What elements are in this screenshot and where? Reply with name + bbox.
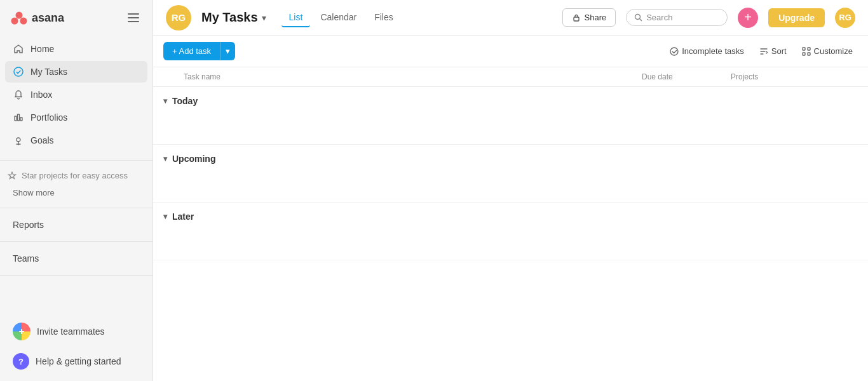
tab-calendar[interactable]: Calendar (313, 8, 364, 27)
sidebar-divider-4 (0, 275, 153, 276)
customize-button[interactable]: Customize (797, 43, 858, 59)
task-section-upcoming: ▾ Upcoming (153, 145, 868, 203)
sidebar-item-inbox[interactable]: Inbox (5, 84, 147, 105)
asana-logo: asana (10, 9, 64, 27)
show-more[interactable]: Show more (0, 185, 153, 203)
sidebar-divider-2 (0, 208, 153, 208)
incomplete-tasks-icon (670, 47, 679, 56)
sidebar-item-portfolios-label: Portfolios (31, 112, 67, 123)
task-section-later: ▾ Later (153, 203, 868, 260)
star-projects-label: Star projects for easy access (22, 171, 128, 180)
page-title-area: My Tasks ▾ (201, 10, 266, 25)
search-icon (634, 13, 642, 22)
svg-point-6 (14, 67, 23, 76)
sidebar-divider-3 (0, 241, 153, 242)
page-title: My Tasks (201, 10, 258, 25)
star-projects[interactable]: Star projects for easy access (0, 166, 153, 185)
task-section-upcoming-header[interactable]: ▾ Upcoming (153, 145, 868, 170)
sidebar-item-reports[interactable]: Reports (0, 213, 153, 236)
home-icon (13, 43, 24, 55)
sidebar-item-portfolios[interactable]: Portfolios (5, 107, 147, 128)
add-button[interactable]: + (738, 8, 758, 28)
add-task-main-button[interactable]: + Add task (163, 42, 220, 60)
lock-icon (572, 13, 581, 22)
main-content: RG My Tasks ▾ List Calendar Files Share … (153, 0, 868, 381)
topbar-tabs: List Calendar Files (281, 8, 401, 27)
sidebar: asana Home (0, 0, 153, 381)
upgrade-button[interactable]: Upgrade (768, 8, 825, 27)
help-icon: ? (13, 353, 29, 370)
invite-teammates-label: Invite teammates (37, 326, 105, 337)
goals-icon (13, 135, 24, 146)
sidebar-divider-1 (0, 160, 153, 161)
svg-rect-8 (18, 114, 20, 121)
bell-icon (13, 89, 24, 100)
sidebar-item-goals-label: Goals (31, 135, 54, 145)
svg-rect-17 (803, 53, 805, 55)
svg-point-14 (670, 48, 678, 55)
later-section-label: Later (172, 211, 194, 222)
svg-point-0 (16, 12, 23, 19)
sidebar-item-home-label: Home (31, 44, 54, 54)
sidebar-item-goals[interactable]: Goals (5, 130, 147, 151)
portfolios-icon (13, 112, 24, 123)
sort-button[interactable]: Sort (754, 43, 792, 59)
svg-point-2 (20, 18, 27, 25)
add-task-dropdown-button[interactable]: ▾ (220, 42, 235, 60)
svg-point-10 (17, 138, 20, 142)
svg-point-1 (11, 18, 18, 25)
sidebar-nav: Home My Tasks Inbox (0, 36, 153, 155)
svg-rect-18 (808, 53, 810, 55)
later-tasks-content (153, 228, 868, 260)
tab-files[interactable]: Files (367, 8, 401, 27)
page-title-chevron-icon[interactable]: ▾ (262, 13, 266, 23)
svg-rect-15 (803, 48, 805, 50)
svg-rect-3 (128, 13, 139, 15)
help-button[interactable]: ? Help & getting started (5, 347, 147, 376)
svg-rect-12 (574, 17, 579, 21)
incomplete-tasks-filter[interactable]: Incomplete tasks (665, 43, 749, 59)
invite-icon (13, 323, 31, 340)
topbar: RG My Tasks ▾ List Calendar Files Share … (153, 0, 868, 36)
invite-teammates-button[interactable]: Invite teammates (5, 316, 147, 347)
svg-rect-7 (15, 116, 17, 121)
search-box[interactable]: Search (626, 9, 728, 26)
task-section-today: ▾ Today (153, 87, 868, 145)
tab-list[interactable]: List (281, 8, 311, 27)
sort-icon (759, 47, 768, 56)
sidebar-item-my-tasks[interactable]: My Tasks (5, 61, 147, 83)
customize-icon (802, 47, 811, 56)
asana-logo-icon (10, 9, 28, 27)
add-task-button-group: + Add task ▾ (163, 42, 235, 60)
star-icon (8, 171, 17, 180)
svg-rect-4 (128, 17, 139, 18)
upcoming-section-label: Upcoming (172, 154, 215, 164)
svg-rect-16 (808, 48, 810, 50)
svg-rect-9 (20, 117, 22, 121)
col-task-name-header: Task name (163, 72, 642, 81)
sidebar-item-my-tasks-label: My Tasks (31, 67, 67, 77)
sidebar-item-inbox-label: Inbox (31, 90, 52, 100)
share-button[interactable]: Share (562, 8, 616, 27)
content-toolbar: + Add task ▾ Incomplete tasks Sort (153, 36, 868, 67)
task-section-today-header[interactable]: ▾ Today (153, 87, 868, 112)
sidebar-item-teams[interactable]: Teams (0, 247, 153, 270)
col-due-date-header: Due date (642, 72, 731, 81)
table-header: Task name Due date Projects (153, 67, 868, 87)
col-projects-header: Projects (731, 72, 858, 81)
check-circle-icon (13, 66, 24, 77)
today-chevron-icon: ▾ (163, 97, 167, 105)
user-avatar[interactable]: RG (835, 8, 855, 28)
later-chevron-icon: ▾ (163, 212, 167, 221)
task-table: Task name Due date Projects ▾ Today ▾ Up… (153, 67, 868, 260)
today-tasks-content (153, 112, 868, 144)
task-section-later-header[interactable]: ▾ Later (153, 203, 868, 228)
upcoming-chevron-icon: ▾ (163, 154, 167, 163)
sidebar-item-home[interactable]: Home (5, 38, 147, 60)
sidebar-collapse-button[interactable] (125, 9, 142, 27)
page-avatar: RG (166, 5, 191, 30)
upcoming-tasks-content (153, 170, 868, 202)
svg-rect-5 (128, 21, 139, 22)
help-label: Help & getting started (36, 356, 121, 366)
search-placeholder: Search (646, 13, 672, 22)
